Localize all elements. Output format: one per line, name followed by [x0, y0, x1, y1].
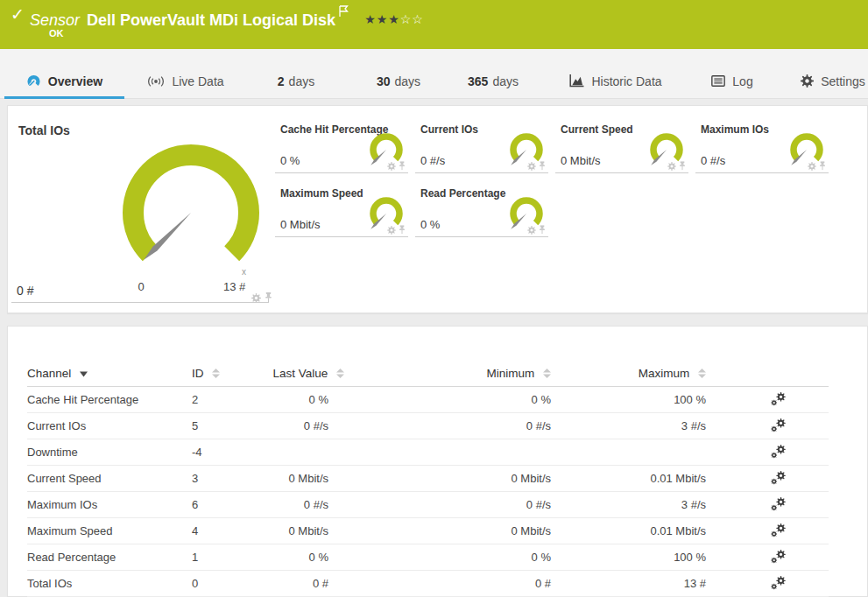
gauge-settings-icon[interactable] — [527, 226, 536, 235]
gauge-title: Maximum Speed — [280, 187, 363, 200]
log-list-icon — [711, 75, 725, 87]
tab-label: Log — [732, 74, 752, 88]
channel-name-cell[interactable]: Downtime — [27, 439, 192, 465]
area-chart-icon — [569, 74, 584, 88]
maximum-cell — [551, 439, 706, 465]
gauge-total-ios: Total IOs x 0 13 # 0 # — [8, 106, 275, 313]
flag-icon[interactable] — [339, 5, 349, 18]
minimum-cell: 0 #/s — [344, 491, 551, 517]
minimum-cell: 0 % — [344, 544, 551, 570]
channel-settings-button[interactable] — [771, 445, 786, 459]
gauge-settings-icon[interactable] — [387, 226, 396, 235]
tab-label: Historic Data — [591, 74, 661, 88]
table-row[interactable]: Maximum Speed 4 0 Mbit/s 0 Mbit/s 0.01 M… — [27, 517, 829, 544]
column-header-maximum[interactable]: Maximum — [551, 362, 706, 386]
channel-id-cell: 6 — [192, 491, 271, 517]
column-label: Minimum — [486, 367, 534, 380]
sort-icon[interactable] — [212, 369, 220, 378]
channel-settings-button[interactable] — [771, 576, 786, 590]
tab-label: days — [395, 74, 421, 88]
tab-label: days — [492, 74, 519, 88]
channel-settings-button[interactable] — [771, 471, 786, 485]
gauge-value: 0 Mbit/s — [561, 154, 601, 167]
gauge-settings-icon[interactable] — [808, 162, 816, 171]
channel-name-cell[interactable]: Total IOs — [27, 570, 192, 596]
channel-name-cell[interactable]: Read Percentage — [27, 544, 192, 570]
channel-id-cell: 1 — [192, 544, 271, 570]
tab-2-days[interactable]: 2 days — [268, 49, 324, 99]
gauge-settings-icon[interactable] — [667, 162, 676, 171]
tab-label: Overview — [48, 74, 102, 88]
ok-check-icon: ✓ — [11, 4, 25, 25]
sort-icon[interactable] — [698, 369, 706, 378]
channel-settings-button[interactable] — [771, 392, 786, 406]
gauge-current-speed: Current Speed 0 Mbit/s — [555, 119, 688, 173]
column-header-last-value[interactable]: Last Value — [271, 362, 344, 386]
table-row[interactable]: Read Percentage 1 0 % 0 % 100 % — [27, 544, 829, 570]
gauge-settings-icon[interactable] — [527, 162, 536, 171]
channel-settings-button[interactable] — [771, 497, 786, 511]
column-header-id[interactable]: ID — [192, 362, 271, 386]
gauge-title: Current IOs — [420, 123, 478, 136]
tab-label: Live Data — [172, 74, 223, 88]
maximum-cell: 0.01 Mbit/s — [551, 517, 706, 544]
gauge-title: Maximum IOs — [701, 123, 769, 136]
gauges-panel: Total IOs x 0 13 # 0 # Cache Hit Percent… — [7, 105, 868, 313]
channel-name-cell[interactable]: Maximum IOs — [27, 491, 192, 517]
priority-stars[interactable]: ★★★☆☆ — [364, 12, 424, 26]
tab-log[interactable]: Log — [708, 49, 757, 99]
table-row[interactable]: Total IOs 0 0 # 0 # 13 # — [27, 570, 829, 596]
table-row[interactable]: Maximum IOs 6 0 #/s 0 #/s 3 #/s — [27, 491, 829, 517]
channel-settings-button[interactable] — [771, 550, 786, 564]
column-header-minimum[interactable]: Minimum — [344, 362, 551, 386]
gauge-title: Read Percentage — [420, 187, 505, 200]
channel-settings-button[interactable] — [771, 523, 786, 537]
gauge-settings-icon[interactable] — [251, 293, 261, 303]
maximum-cell: 0.01 Mbit/s — [551, 465, 706, 491]
table-row[interactable]: Current Speed 3 0 Mbit/s 0 Mbit/s 0.01 M… — [27, 465, 829, 491]
channel-settings-button[interactable] — [771, 418, 786, 432]
sort-icon[interactable] — [543, 369, 551, 378]
gauge-settings-icon[interactable] — [387, 162, 396, 171]
table-row[interactable]: Downtime -4 — [27, 439, 829, 465]
minimum-cell: 0 # — [344, 570, 551, 596]
status-badge: OK — [49, 28, 64, 39]
pin-icon[interactable] — [399, 161, 406, 171]
tab-30-days[interactable]: 30 days — [366, 49, 431, 99]
channel-id-cell: 2 — [192, 386, 271, 412]
pin-icon[interactable] — [399, 225, 406, 235]
tab-label: Settings — [821, 74, 865, 88]
gauge-value: 0 # — [17, 284, 33, 298]
star-empty-icon[interactable]: ☆☆ — [400, 12, 424, 26]
last-value-cell: 0 Mbit/s — [271, 517, 344, 544]
minimum-cell: 0 % — [344, 386, 551, 412]
minimum-cell: 0 #/s — [344, 412, 551, 439]
object-kind-label: Sensor — [30, 11, 80, 29]
star-filled-icon[interactable]: ★★★ — [364, 12, 400, 26]
pin-icon[interactable] — [819, 161, 826, 171]
gauge-current-ios: Current IOs 0 #/s — [415, 119, 548, 173]
pin-icon[interactable] — [539, 161, 546, 171]
column-label: Channel — [27, 367, 71, 380]
tab-historic-data[interactable]: Historic Data — [564, 49, 667, 99]
tab-strip: Overview Live Data 2 days 30 days 365 da… — [0, 49, 868, 99]
maximum-cell: 100 % — [551, 544, 706, 570]
table-row[interactable]: Cache Hit Percentage 2 0 % 0 % 100 % — [27, 386, 829, 412]
tab-settings[interactable]: Settings — [797, 49, 868, 99]
maximum-cell: 100 % — [551, 386, 706, 412]
channel-id-cell: 0 — [192, 570, 271, 596]
pin-icon[interactable] — [539, 225, 546, 235]
tab-overview[interactable]: Overview — [4, 49, 124, 99]
channel-name-cell[interactable]: Cache Hit Percentage — [27, 386, 192, 412]
tab-live-data[interactable]: Live Data — [145, 49, 226, 99]
pin-icon[interactable] — [679, 161, 686, 171]
sort-desc-icon[interactable] — [80, 370, 88, 378]
channel-name-cell[interactable]: Current IOs — [27, 412, 192, 439]
table-row[interactable]: Current IOs 5 0 #/s 0 #/s 3 #/s — [27, 412, 829, 439]
channel-name-cell[interactable]: Current Speed — [27, 465, 192, 491]
sort-icon[interactable] — [336, 369, 344, 378]
column-header-channel[interactable]: Channel — [27, 362, 192, 386]
tab-365-days[interactable]: 365 days — [461, 49, 526, 99]
gauge-icon — [26, 74, 41, 88]
channel-name-cell[interactable]: Maximum Speed — [27, 517, 192, 544]
